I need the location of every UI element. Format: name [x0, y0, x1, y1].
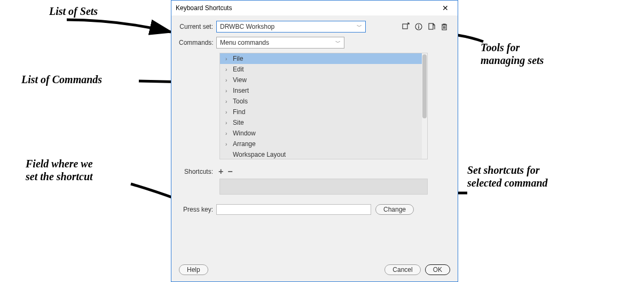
- command-item[interactable]: ›View: [220, 75, 427, 85]
- dialog-title: Keyboard Shortcuts: [176, 4, 232, 12]
- chevron-right-icon: ›: [225, 141, 233, 147]
- command-item-label: View: [233, 76, 247, 84]
- svg-point-2: [418, 25, 419, 26]
- press-key-row: Press key: Change: [179, 204, 450, 215]
- help-button[interactable]: Help: [179, 264, 208, 275]
- commands-dropdown[interactable]: Menu commands ﹀: [216, 37, 344, 49]
- new-set-icon[interactable]: [401, 22, 411, 31]
- svg-rect-0: [403, 24, 407, 29]
- command-item[interactable]: ›Find: [220, 107, 427, 117]
- command-item-label: Arrange: [233, 140, 256, 148]
- cancel-button[interactable]: Cancel: [384, 264, 420, 275]
- ok-button[interactable]: OK: [425, 264, 450, 275]
- command-item[interactable]: ›Edit: [220, 64, 427, 75]
- command-item[interactable]: ›Window: [220, 128, 427, 139]
- add-shortcut-button[interactable]: +: [216, 167, 225, 176]
- shortcut-list-box[interactable]: [219, 179, 428, 195]
- command-item-label: Workspace Layout: [233, 151, 286, 158]
- current-set-dropdown[interactable]: DRWBC Workshop ﹀: [216, 21, 366, 33]
- close-button[interactable]: ✕: [437, 4, 453, 12]
- annotation-tools-line2: managing sets: [481, 54, 544, 67]
- commands-label: Commands:: [179, 39, 216, 46]
- chevron-right-icon: ›: [225, 109, 233, 115]
- annotation-field-l2: set the shortcut: [26, 171, 93, 183]
- annotation-tools-line1: Tools for: [481, 42, 520, 54]
- titlebar: Keyboard Shortcuts ✕: [171, 1, 458, 15]
- chevron-down-icon: ﹀: [335, 39, 341, 46]
- export-set-icon[interactable]: [427, 22, 436, 31]
- chevron-right-icon: ›: [225, 56, 233, 62]
- svg-rect-3: [418, 26, 419, 29]
- command-item[interactable]: ›Site: [220, 117, 427, 128]
- chevron-right-icon: ›: [225, 120, 233, 126]
- command-item-label: File: [233, 55, 243, 62]
- chevron-right-icon: ›: [225, 67, 233, 72]
- command-item-label: Edit: [233, 66, 244, 73]
- chevron-right-icon: ›: [225, 131, 233, 136]
- remove-shortcut-button[interactable]: −: [225, 167, 234, 176]
- change-button[interactable]: Change: [375, 204, 414, 215]
- chevron-right-icon: ›: [225, 77, 233, 83]
- command-item-label: Tools: [233, 98, 248, 105]
- dialog-footer: Help Cancel OK: [171, 259, 458, 281]
- shortcuts-row: Shortcuts: + −: [179, 167, 450, 176]
- command-item-label: Insert: [233, 87, 249, 94]
- commands-value: Menu commands: [220, 39, 269, 46]
- annotation-list-of-sets: List of Sets: [49, 5, 98, 18]
- press-key-label: Press key:: [179, 206, 216, 213]
- command-item-label: Window: [233, 130, 256, 137]
- svg-rect-4: [429, 23, 433, 29]
- command-item[interactable]: ›File: [220, 53, 427, 64]
- annotation-field-l1: Field where we: [26, 158, 93, 170]
- command-list[interactable]: ›File›Edit›View›Insert›Tools›Find›Site›W…: [219, 53, 428, 159]
- command-item[interactable]: ›Insert: [220, 85, 427, 96]
- scrollbar-thumb[interactable]: [422, 54, 427, 118]
- annotation-setshortcuts-l2: selected command: [467, 177, 548, 189]
- chevron-right-icon: ›: [225, 88, 233, 94]
- command-item-label: Site: [233, 119, 244, 126]
- annotation-list-of-commands: List of Commands: [21, 74, 102, 86]
- command-item[interactable]: ›Tools: [220, 96, 427, 107]
- trash-icon[interactable]: [439, 22, 449, 31]
- chevron-down-icon: ﹀: [357, 23, 362, 30]
- keyboard-shortcuts-dialog: Keyboard Shortcuts ✕ Current set: DRWBC …: [171, 0, 458, 282]
- current-set-label: Current set:: [179, 23, 216, 30]
- current-set-row: Current set: DRWBC Workshop ﹀: [179, 21, 450, 33]
- command-item[interactable]: ›Arrange: [220, 139, 427, 149]
- command-item-label: Find: [233, 108, 245, 116]
- press-key-input[interactable]: [216, 204, 371, 215]
- command-item[interactable]: Workspace Layout: [220, 149, 427, 159]
- arrow-list-of-sets: [64, 17, 176, 38]
- chevron-right-icon: ›: [225, 99, 233, 104]
- set-tools: [401, 22, 450, 31]
- commands-row: Commands: Menu commands ﹀: [179, 37, 450, 49]
- current-set-value: DRWBC Workshop: [220, 23, 274, 30]
- scrollbar[interactable]: [422, 53, 427, 159]
- shortcuts-label: Shortcuts:: [179, 168, 216, 175]
- annotation-setshortcuts-l1: Set shortcuts for: [467, 164, 540, 176]
- info-icon[interactable]: [414, 22, 423, 31]
